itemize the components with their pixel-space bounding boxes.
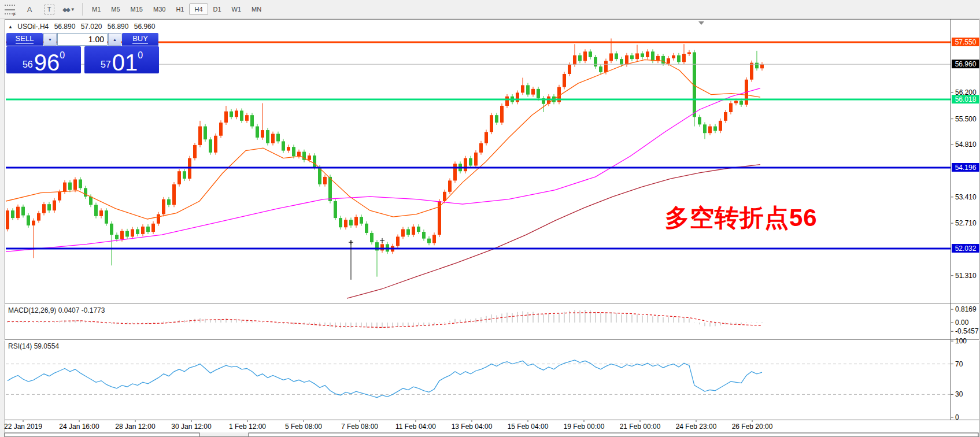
timeframe-button-h1[interactable]: H1 bbox=[171, 3, 189, 15]
candle-body bbox=[105, 210, 108, 224]
timeframe-button-h4[interactable]: H4 bbox=[189, 3, 208, 15]
candle-body bbox=[537, 89, 540, 98]
price-badge-label: 57.550 bbox=[955, 38, 977, 46]
timeframe-button-d1[interactable]: D1 bbox=[208, 3, 227, 15]
candle-body bbox=[256, 127, 259, 138]
timeframe-button-m1[interactable]: M1 bbox=[87, 3, 106, 15]
buy-button[interactable]: BUY bbox=[122, 33, 158, 46]
timeframe-button-m30[interactable]: M30 bbox=[148, 3, 171, 15]
candle-body bbox=[308, 155, 311, 160]
price-axis-label: 53.410 bbox=[955, 193, 977, 201]
buy-price-sup: 0 bbox=[138, 50, 143, 61]
candle-body bbox=[42, 204, 46, 213]
candle-body bbox=[276, 134, 280, 142]
chart-title-bar: ▲ USOil-,H4 56.890 57.020 56.890 56.960 bbox=[8, 23, 158, 31]
timeframe-button-m5[interactable]: M5 bbox=[106, 3, 125, 15]
sell-button[interactable]: SELL bbox=[6, 33, 43, 46]
time-axis-label: 28 Jan 12:00 bbox=[115, 423, 156, 431]
volume-decrease-button[interactable]: ▼ bbox=[43, 33, 57, 46]
candle-body bbox=[292, 147, 295, 156]
price-badge-label: 56.018 bbox=[955, 95, 977, 103]
candle-body bbox=[687, 52, 691, 54]
candle-body bbox=[583, 51, 587, 61]
candle-body bbox=[47, 204, 51, 210]
candle-body bbox=[401, 229, 405, 237]
macd-indicator-label: MACD(12,26,9) 0.0407 -0.1773 bbox=[8, 306, 105, 314]
candle-body bbox=[84, 188, 87, 197]
candle-body bbox=[250, 115, 254, 126]
candle-body bbox=[21, 207, 25, 216]
candle-body bbox=[110, 224, 113, 235]
candle-body bbox=[68, 183, 72, 190]
buy-price-box[interactable]: 57 01 0 bbox=[84, 46, 159, 73]
candle-body bbox=[589, 51, 592, 57]
price-badge-label: 56.960 bbox=[955, 60, 977, 68]
ohlc-low: 56.890 bbox=[108, 23, 129, 31]
candle-body bbox=[412, 227, 415, 235]
symbol-title: USOil-,H4 bbox=[17, 23, 49, 31]
candle-body bbox=[563, 74, 566, 87]
candle-body bbox=[604, 61, 608, 72]
candle-body bbox=[89, 197, 93, 205]
candle-body bbox=[672, 55, 675, 58]
candle-body bbox=[703, 124, 707, 133]
candle-body bbox=[495, 115, 498, 123]
timeframe-button-w1[interactable]: W1 bbox=[227, 3, 247, 15]
candle-body bbox=[474, 153, 478, 166]
candle-body bbox=[193, 145, 197, 158]
time-axis-label: 15 Feb 04:00 bbox=[508, 423, 549, 431]
candle-body bbox=[261, 130, 264, 138]
time-axis-label: 1 Feb 12:00 bbox=[229, 423, 266, 431]
macd-axis-label: 0.8169 bbox=[955, 305, 977, 313]
time-axis-label: 11 Feb 04:00 bbox=[395, 423, 436, 431]
candle-body bbox=[214, 136, 217, 153]
candle-body bbox=[344, 220, 347, 227]
candle-body bbox=[162, 199, 165, 214]
rsi-axis-label: 30 bbox=[955, 390, 963, 398]
candle-body bbox=[516, 92, 519, 102]
rsi-axis-label: 70 bbox=[955, 360, 963, 368]
candle-body bbox=[58, 192, 61, 201]
timeframe-button-m15[interactable]: M15 bbox=[125, 3, 148, 15]
candle-body bbox=[713, 127, 717, 131]
candle-body bbox=[230, 112, 233, 117]
chevron-down-icon: ▼ bbox=[71, 7, 75, 12]
candle-body bbox=[209, 139, 212, 153]
candle-body bbox=[698, 117, 701, 124]
time-axis-label: 5 Feb 08:00 bbox=[285, 423, 322, 431]
candle-body bbox=[151, 224, 155, 232]
time-axis-label: 30 Jan 12:00 bbox=[171, 423, 212, 431]
candle-body bbox=[646, 51, 649, 57]
volume-increase-button[interactable]: ▲ bbox=[108, 33, 121, 46]
sell-price-box[interactable]: 56 96 0 bbox=[6, 46, 81, 73]
candle-body bbox=[755, 63, 759, 69]
text-label-icon[interactable]: A bbox=[22, 3, 37, 16]
candle-body bbox=[219, 123, 223, 136]
candle-body bbox=[760, 64, 764, 68]
indicator-grid-icon[interactable]: F bbox=[2, 3, 17, 16]
candle-body bbox=[360, 217, 363, 224]
candle-body bbox=[157, 214, 160, 224]
candle-body bbox=[240, 110, 243, 120]
text-box-icon[interactable]: T bbox=[42, 3, 57, 16]
candle-body bbox=[505, 97, 509, 106]
bottom-window-tab-right bbox=[249, 433, 978, 437]
bottom-window-tab-left bbox=[5, 433, 199, 437]
timeframe-button-mn[interactable]: MN bbox=[246, 3, 267, 15]
candle-body bbox=[500, 106, 504, 123]
candle-body bbox=[177, 171, 181, 184]
rsi-axis-label: 0 bbox=[955, 413, 959, 421]
candle-body bbox=[750, 63, 753, 80]
volume-input[interactable] bbox=[57, 33, 108, 46]
time-axis-label: 24 Jan 16:00 bbox=[59, 423, 99, 431]
candle-body bbox=[282, 141, 285, 150]
sell-price-small: 56 bbox=[23, 60, 33, 70]
candle-body bbox=[651, 51, 654, 61]
rsi-axis-label: 100 bbox=[955, 337, 967, 345]
candle-body bbox=[167, 199, 171, 205]
objects-icon[interactable]: ◆◆ ▼ bbox=[61, 3, 76, 16]
collapse-panel-icon[interactable]: ▲ bbox=[8, 24, 13, 29]
candle-body bbox=[615, 53, 618, 59]
rsi-indicator-label: RSI(14) 59.0554 bbox=[8, 342, 59, 350]
candle-body bbox=[438, 201, 441, 235]
